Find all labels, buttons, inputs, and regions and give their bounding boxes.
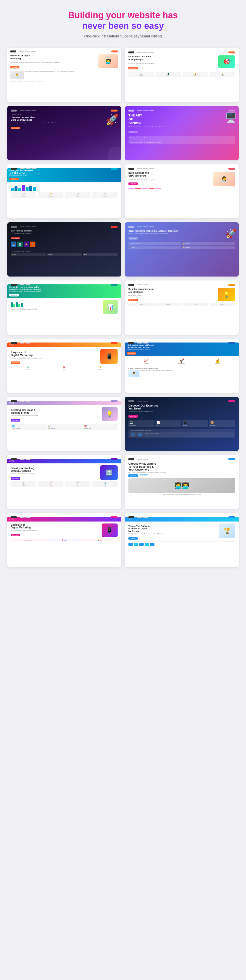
card-2-btn[interactable]: Get Started — [129, 67, 138, 70]
card-8-btn[interactable]: Get Started — [129, 237, 138, 240]
card-16: Choose What MattersTo Your Business &You… — [125, 455, 239, 509]
card-14-solutions: Government Company Solutions 👤 👥 Profess… — [129, 429, 235, 438]
card-11-title: Exquisite ofDigital Marketing — [11, 351, 99, 356]
card-10-title: Brighter corporate ideasand strategies — [129, 288, 216, 294]
card-11-btn[interactable]: Get Started — [11, 361, 20, 364]
card-5-title: Grow your website trafficwith SEO testin… — [10, 170, 119, 174]
card-2-image: 🎯 — [218, 56, 235, 68]
card-16-photo: 👩‍💻👨‍💻 — [129, 478, 235, 493]
card-10-stats: Strategy Growth Goals Results — [129, 303, 235, 306]
card-1-logos — [10, 81, 118, 82]
card-18-btn[interactable]: Learn More — [129, 537, 138, 540]
card-15: RYSE Boost your Rankingwith SEO service … — [7, 455, 121, 509]
card-12-btn[interactable]: Get Started — [127, 352, 136, 355]
card-8: Great marketing makes the customer feel … — [125, 222, 239, 277]
card-7-btn[interactable]: Get Started — [11, 237, 20, 239]
card-2-title: Drive more Customerthrough Digital — [129, 56, 216, 61]
card-18: RYSE We are The BrilliantsIn Terms of Di… — [125, 513, 239, 567]
card-14: Discover Our ExpertiseYou Need Assortmen… — [125, 397, 239, 451]
card-13-title: Creating new ideas &building brands — [11, 409, 100, 414]
card-7-servers: 🖥️ 💾 ⚡ 🔧 — [11, 242, 117, 247]
card-15-btn[interactable]: Get Started — [11, 477, 20, 480]
card-17: RYSE Exquisite ofDigital Marketing Grow … — [7, 513, 121, 567]
card-4-desc: The things Motivation is a Common Source… — [129, 126, 187, 127]
card-9-title: Let us Drive your website trafficand bui… — [10, 286, 119, 290]
card-1-desc: We help you increase online by improving… — [10, 61, 97, 63]
card-6-logos — [129, 188, 235, 189]
card-grid: Exquisite of DigitalMarketing We help yo… — [0, 43, 246, 577]
card-17-title: Exquisite ofDigital Marketing — [11, 523, 100, 529]
header-title: Building your website has never been so … — [5, 10, 241, 31]
card-9-btn[interactable]: Get Started — [10, 294, 19, 296]
card-3-btn[interactable]: Get Started — [11, 127, 20, 129]
card-2-nav — [129, 51, 235, 53]
card-12: High quality Leads at Marketrates in the… — [125, 339, 239, 393]
card-14-expertise: 💻Web Design 📈SEO 📱Mobile 🎨Branding — [129, 420, 235, 427]
card-11: RYSE Exquisite ofDigital Marketing Trans… — [7, 339, 121, 393]
card-7: Best Hosting Solutions Our Featured Host… — [7, 222, 121, 277]
header-title-line1: Building your website has — [68, 10, 178, 20]
card-10: Brighter corporate ideasand strategies B… — [125, 280, 239, 335]
card-2: Drive more Customerthrough Digital Grow … — [125, 48, 239, 102]
card-7-title: Best Hosting Solutions — [11, 230, 117, 232]
card-13-image: 💡 — [102, 407, 117, 421]
card-5-btn[interactable]: Get Started — [10, 178, 19, 180]
card-4-btn[interactable]: Get Started — [129, 131, 138, 133]
card-1-btn[interactable]: Read More — [10, 66, 19, 68]
card-4: THE ARTOFDESIGN The things Motivation is… — [125, 106, 239, 160]
nav-logo — [10, 51, 16, 52]
card-12-stats: 📈 Lead Gen 🚀 Conversions 💰 Revenue — [129, 358, 235, 364]
card-11-bottom: 📊Analytics 🎯Target 🏆Success — [11, 366, 117, 370]
card-14-btn[interactable]: Get Started — [129, 415, 138, 418]
card-5-chart — [11, 184, 117, 191]
card-9-banner: Let us Drive your website trafficand bui… — [7, 285, 121, 298]
card-5-services: 📈Strategy 🏆Ranking 🔗Traffic 📋Report — [11, 192, 117, 198]
card-15-title: Boost your Rankingwith SEO service — [11, 467, 99, 472]
card-16-learn-btn[interactable]: Learn More — [139, 474, 149, 477]
card-6: Build audience andGrow your Brand Achiev… — [125, 164, 239, 218]
card-17-services: 📊 Analytics 🎯 Target 💡 Ideas — [11, 539, 117, 541]
card-8-title: Great marketing makes the customer feel … — [129, 230, 192, 232]
card-8-icon: 🚀 — [225, 229, 236, 239]
card-18-title: We are The BrilliantsIn Terms of Digital… — [129, 525, 218, 532]
card-9-chart — [11, 301, 102, 307]
card-1: Exquisite of DigitalMarketing We help yo… — [7, 48, 121, 102]
card-9-image: 📊 — [103, 300, 117, 314]
card-4-title: THE ARTOFDESIGN — [129, 113, 187, 125]
card-13-btn[interactable]: Learn More — [11, 419, 20, 422]
card-11-image: 📱 — [100, 349, 117, 364]
card-16-btn[interactable]: Get Started — [129, 474, 138, 477]
card-5: Grow your website trafficwith SEO testin… — [7, 164, 121, 218]
card-12-banner: High quality Leads at Marketrates in the… — [125, 342, 239, 356]
card-18-logos — [129, 543, 235, 546]
card-9: Let us Drive your website trafficand bui… — [7, 280, 121, 335]
card-17-btn[interactable]: Learn More — [11, 534, 20, 536]
card-13-mini-cards: 🌐 Global Strategy 📊 Data Analysis 🎯 Targ… — [11, 424, 117, 430]
card-3-rocket-icon: 🚀 — [106, 113, 119, 126]
card-16-caption: We Create Digital Products That Make Peo… — [129, 494, 235, 495]
card-3-desc: Maximize your visibility, services as we… — [11, 122, 117, 124]
card-2-stats: 📊Brand 📱Social 🏆Results 💡Smart — [129, 72, 235, 77]
card-3-title: Discover the New IdeasBuild your Busines… — [11, 116, 117, 121]
card-1-title: Exquisite of DigitalMarketing — [10, 54, 97, 60]
card-15-image: 🔝 — [100, 465, 117, 480]
card-14-title: Discover Our ExpertiseYou Need — [129, 404, 235, 410]
card-6-btn[interactable]: Get Started — [129, 183, 138, 185]
card-18-image: 🏆 — [219, 523, 235, 538]
card-16-title: Choose What MattersTo Your Business &You… — [129, 462, 235, 471]
card-1-image: 👩‍💻 — [98, 54, 118, 68]
card-17-image: 📱 — [102, 523, 117, 537]
header-title-line2: never been so easy — [82, 21, 164, 31]
card-10-image: 💡 — [218, 288, 235, 301]
card-15-stats: 🔍SEO 📈Rank 🔗Links 📊Data — [11, 481, 117, 487]
card-3-blob — [108, 147, 121, 160]
header: Building your website has never been so … — [0, 0, 246, 43]
card-6-title: Build audience andGrow your Brand — [129, 172, 211, 177]
card-8-stats: 🏅 Professionalism 💪 Motivated — [129, 242, 235, 245]
header-subtitle: One-click installation! Super-Easy visua… — [5, 34, 241, 38]
card-10-btn[interactable]: Get Started — [129, 299, 138, 301]
card-3: DISCOVER Discover the New IdeasBuild you… — [7, 106, 121, 160]
card-1-person: 👨‍💼 — [10, 71, 24, 79]
card-4-design-icon: 🖥️ — [225, 112, 236, 123]
card-12-title: High quality Leads at Marketrates in the… — [127, 344, 236, 348]
